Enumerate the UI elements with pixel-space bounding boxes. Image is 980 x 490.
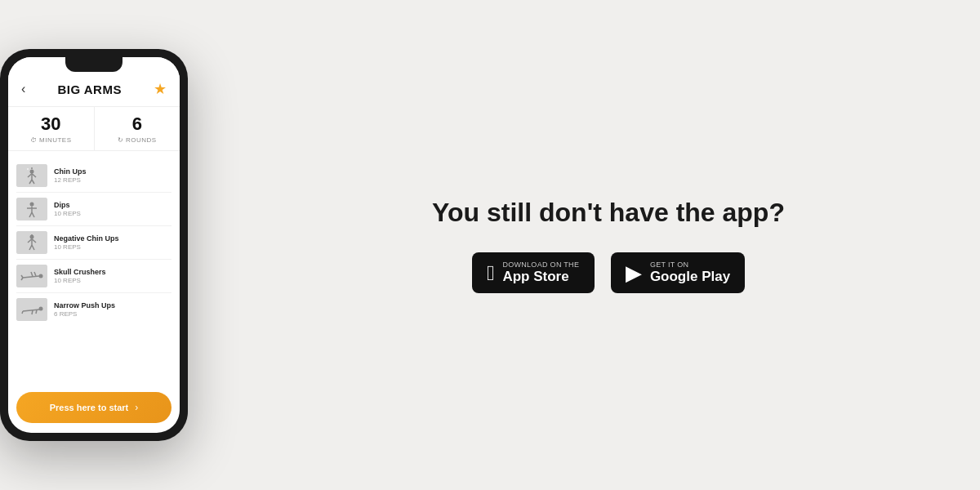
minutes-label: MINUTES [39, 136, 72, 144]
exercise-thumb [16, 164, 47, 187]
rounds-value: 6 [132, 114, 142, 135]
exercise-name: Dips [54, 201, 172, 209]
svg-line-35 [22, 311, 23, 314]
exercise-item[interactable]: Skull Crushers 10 REPS [16, 260, 172, 293]
exercise-name: Skull Crushers [54, 268, 172, 276]
home-indicator [69, 435, 118, 438]
google-play-button[interactable]: ▶ GET IT ON Google Play [611, 252, 745, 293]
phone-mockup: ‹ BIG ARMS ★ 30 ⏱ MINUTES 6 ↻ ROUNDS [0, 49, 188, 441]
exercise-thumb [16, 198, 47, 220]
app-store-main-label: App Store [502, 269, 579, 285]
svg-point-2 [30, 170, 34, 174]
phone-notch [65, 57, 122, 72]
exercise-item[interactable]: Chin Ups 12 REPS [16, 159, 172, 193]
google-play-text: GET IT ON Google Play [650, 261, 730, 285]
start-button-label: Press here to start [50, 403, 129, 412]
start-button[interactable]: Press here to start › [16, 392, 172, 423]
right-content: You still don't have the app?  Download… [188, 197, 980, 294]
exercise-name: Negative Chin Ups [54, 234, 172, 243]
exercise-thumb [16, 298, 47, 321]
svg-point-31 [39, 307, 43, 311]
apple-icon:  [487, 262, 495, 283]
svg-line-34 [32, 310, 33, 314]
stat-minutes: 30 ⏱ MINUTES [8, 107, 94, 150]
clock-icon: ⏱ [30, 136, 37, 144]
exercise-reps: 6 REPS [54, 310, 172, 318]
google-play-sub-label: GET IT ON [650, 261, 730, 269]
exercise-info: Dips 10 REPS [54, 201, 172, 217]
exercise-reps: 10 REPS [54, 243, 172, 251]
promo-headline: You still don't have the app? [432, 197, 785, 228]
exercise-name: Narrow Push Ups [54, 301, 172, 310]
minutes-value: 30 [41, 114, 60, 135]
workout-title: BIG ARMS [57, 82, 121, 96]
exercise-item[interactable]: Negative Chin Ups 10 REPS [16, 226, 172, 260]
app-store-text: Download on the App Store [502, 261, 579, 285]
exercise-item[interactable]: Dips 10 REPS [16, 193, 172, 226]
svg-rect-30 [16, 298, 47, 321]
exercise-thumb [16, 231, 47, 254]
exercise-info: Negative Chin Ups 10 REPS [54, 234, 172, 251]
svg-point-8 [27, 168, 29, 170]
exercise-name: Chin Ups [54, 167, 172, 176]
exercise-info: Chin Ups 12 REPS [54, 167, 172, 184]
exercise-info: Narrow Push Ups 6 REPS [54, 301, 172, 318]
exercises-list: Chin Ups 12 REPS [8, 159, 180, 384]
svg-line-33 [36, 310, 37, 314]
phone-screen: ‹ BIG ARMS ★ 30 ⏱ MINUTES 6 ↻ ROUNDS [8, 57, 180, 433]
app-store-button[interactable]:  Download on the App Store [472, 252, 595, 293]
app-store-sub-label: Download on the [502, 261, 579, 269]
stats-row: 30 ⏱ MINUTES 6 ↻ ROUNDS [8, 106, 180, 151]
store-buttons:  Download on the App Store ▶ GET IT ON … [472, 252, 745, 293]
rounds-label: ROUNDS [126, 136, 157, 144]
exercise-info: Skull Crushers 10 REPS [54, 268, 172, 284]
rounds-icon: ↻ [118, 136, 123, 144]
exercise-reps: 10 REPS [54, 277, 172, 284]
exercise-reps: 12 REPS [54, 176, 172, 184]
stat-rounds: 6 ↻ ROUNDS [94, 107, 180, 150]
favorite-star-icon[interactable]: ★ [154, 80, 167, 98]
exercise-reps: 10 REPS [54, 210, 172, 217]
exercise-item[interactable]: Narrow Push Ups 6 REPS [16, 293, 172, 326]
back-button[interactable]: ‹ [21, 82, 25, 96]
exercise-thumb [16, 265, 47, 287]
google-play-main-label: Google Play [650, 269, 730, 285]
svg-point-10 [30, 203, 34, 207]
play-icon: ▶ [626, 262, 642, 283]
svg-point-24 [39, 274, 43, 278]
start-arrow-icon: › [135, 402, 138, 413]
